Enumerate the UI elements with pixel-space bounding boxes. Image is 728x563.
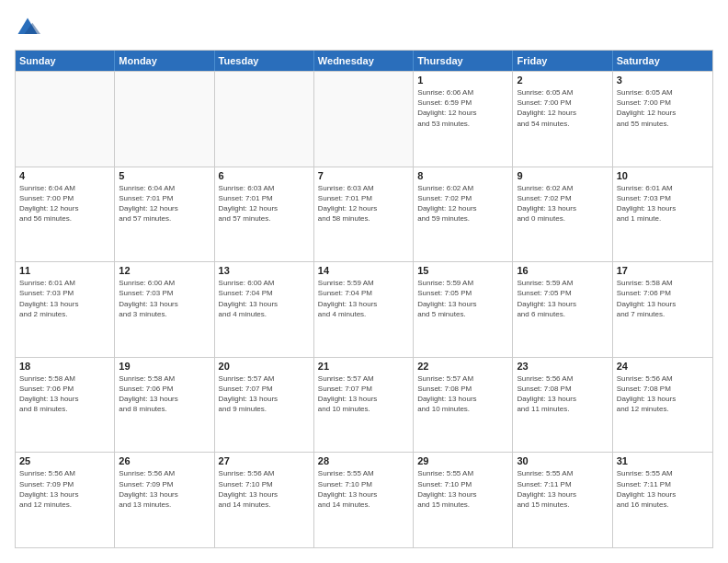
calendar: SundayMondayTuesdayWednesdayThursdayFrid…	[15, 50, 713, 548]
day-number: 2	[517, 75, 608, 86]
day-info: Sunrise: 6:04 AM Sunset: 7:01 PM Dayligh…	[119, 183, 210, 224]
day-info: Sunrise: 6:01 AM Sunset: 7:03 PM Dayligh…	[617, 183, 709, 224]
header	[15, 15, 713, 40]
day-cell-28: 28Sunrise: 5:55 AM Sunset: 7:10 PM Dayli…	[314, 453, 414, 547]
day-number: 20	[219, 361, 310, 372]
calendar-body: 1Sunrise: 6:06 AM Sunset: 6:59 PM Daylig…	[16, 71, 712, 547]
day-number: 11	[19, 265, 110, 276]
day-number: 19	[119, 361, 210, 372]
day-info: Sunrise: 5:55 AM Sunset: 7:11 PM Dayligh…	[517, 468, 608, 510]
day-number: 16	[517, 265, 608, 276]
day-info: Sunrise: 5:55 AM Sunset: 7:10 PM Dayligh…	[318, 468, 409, 510]
day-info: Sunrise: 6:04 AM Sunset: 7:00 PM Dayligh…	[19, 183, 110, 224]
day-cell-4: 4Sunrise: 6:04 AM Sunset: 7:00 PM Daylig…	[16, 167, 115, 262]
calendar-row-1: 4Sunrise: 6:04 AM Sunset: 7:00 PM Daylig…	[16, 167, 712, 262]
day-number: 29	[417, 455, 508, 466]
day-number: 18	[19, 361, 110, 372]
day-cell-7: 7Sunrise: 6:03 AM Sunset: 7:01 PM Daylig…	[314, 167, 414, 262]
day-cell-14: 14Sunrise: 5:59 AM Sunset: 7:04 PM Dayli…	[314, 262, 414, 357]
weekday-header-sunday: Sunday	[16, 51, 115, 71]
day-cell-3: 3Sunrise: 6:05 AM Sunset: 7:00 PM Daylig…	[613, 72, 712, 167]
day-cell-15: 15Sunrise: 5:59 AM Sunset: 7:05 PM Dayli…	[414, 262, 513, 357]
day-info: Sunrise: 5:59 AM Sunset: 7:04 PM Dayligh…	[318, 278, 409, 319]
day-number: 28	[318, 455, 409, 466]
day-number: 21	[318, 361, 409, 372]
day-info: Sunrise: 5:55 AM Sunset: 7:10 PM Dayligh…	[417, 468, 508, 510]
weekday-header-monday: Monday	[115, 51, 214, 71]
day-cell-10: 10Sunrise: 6:01 AM Sunset: 7:03 PM Dayli…	[613, 167, 712, 262]
day-cell-17: 17Sunrise: 5:58 AM Sunset: 7:06 PM Dayli…	[613, 262, 712, 357]
day-number: 31	[617, 455, 709, 466]
day-cell-20: 20Sunrise: 5:57 AM Sunset: 7:07 PM Dayli…	[215, 358, 314, 453]
day-number: 5	[119, 170, 210, 181]
day-cell-1: 1Sunrise: 6:06 AM Sunset: 6:59 PM Daylig…	[414, 72, 513, 167]
day-cell-22: 22Sunrise: 5:57 AM Sunset: 7:08 PM Dayli…	[414, 358, 513, 453]
day-cell-23: 23Sunrise: 5:56 AM Sunset: 7:08 PM Dayli…	[513, 358, 612, 453]
weekday-header-thursday: Thursday	[414, 51, 513, 71]
day-cell-24: 24Sunrise: 5:56 AM Sunset: 7:08 PM Dayli…	[613, 358, 712, 453]
empty-cell-0-2	[215, 72, 314, 167]
day-info: Sunrise: 5:56 AM Sunset: 7:09 PM Dayligh…	[19, 468, 110, 510]
day-cell-21: 21Sunrise: 5:57 AM Sunset: 7:07 PM Dayli…	[314, 358, 414, 453]
day-info: Sunrise: 6:00 AM Sunset: 7:04 PM Dayligh…	[219, 278, 310, 319]
day-info: Sunrise: 5:59 AM Sunset: 7:05 PM Dayligh…	[417, 278, 508, 319]
day-cell-5: 5Sunrise: 6:04 AM Sunset: 7:01 PM Daylig…	[115, 167, 214, 262]
day-number: 24	[617, 361, 709, 372]
day-info: Sunrise: 5:56 AM Sunset: 7:08 PM Dayligh…	[517, 373, 608, 415]
day-info: Sunrise: 6:03 AM Sunset: 7:01 PM Dayligh…	[219, 183, 310, 224]
day-info: Sunrise: 6:00 AM Sunset: 7:03 PM Dayligh…	[119, 278, 210, 319]
day-cell-30: 30Sunrise: 5:55 AM Sunset: 7:11 PM Dayli…	[513, 453, 612, 547]
empty-cell-0-1	[115, 72, 214, 167]
day-info: Sunrise: 5:58 AM Sunset: 7:06 PM Dayligh…	[617, 278, 709, 319]
day-info: Sunrise: 5:59 AM Sunset: 7:05 PM Dayligh…	[517, 278, 608, 319]
day-number: 30	[517, 455, 608, 466]
day-info: Sunrise: 6:05 AM Sunset: 7:00 PM Dayligh…	[517, 87, 608, 129]
day-info: Sunrise: 5:58 AM Sunset: 7:06 PM Dayligh…	[119, 373, 210, 415]
day-cell-25: 25Sunrise: 5:56 AM Sunset: 7:09 PM Dayli…	[16, 453, 115, 547]
day-info: Sunrise: 5:58 AM Sunset: 7:06 PM Dayligh…	[19, 373, 110, 415]
logo-icon	[15, 15, 40, 40]
day-cell-2: 2Sunrise: 6:05 AM Sunset: 7:00 PM Daylig…	[513, 72, 612, 167]
day-number: 12	[119, 265, 210, 276]
day-cell-31: 31Sunrise: 5:55 AM Sunset: 7:11 PM Dayli…	[613, 453, 712, 547]
logo	[15, 15, 44, 40]
day-cell-6: 6Sunrise: 6:03 AM Sunset: 7:01 PM Daylig…	[215, 167, 314, 262]
day-cell-26: 26Sunrise: 5:56 AM Sunset: 7:09 PM Dayli…	[115, 453, 214, 547]
day-cell-29: 29Sunrise: 5:55 AM Sunset: 7:10 PM Dayli…	[414, 453, 513, 547]
empty-cell-0-3	[314, 72, 414, 167]
day-cell-12: 12Sunrise: 6:00 AM Sunset: 7:03 PM Dayli…	[115, 262, 214, 357]
day-number: 9	[517, 170, 608, 181]
weekday-header-saturday: Saturday	[613, 51, 712, 71]
day-info: Sunrise: 5:55 AM Sunset: 7:11 PM Dayligh…	[617, 468, 709, 510]
day-info: Sunrise: 5:57 AM Sunset: 7:08 PM Dayligh…	[417, 373, 508, 415]
day-info: Sunrise: 6:01 AM Sunset: 7:03 PM Dayligh…	[19, 278, 110, 319]
day-cell-13: 13Sunrise: 6:00 AM Sunset: 7:04 PM Dayli…	[215, 262, 314, 357]
weekday-header-wednesday: Wednesday	[314, 51, 414, 71]
day-number: 3	[617, 75, 709, 86]
day-number: 13	[219, 265, 310, 276]
day-info: Sunrise: 6:03 AM Sunset: 7:01 PM Dayligh…	[318, 183, 409, 224]
day-number: 1	[417, 75, 508, 86]
day-number: 6	[219, 170, 310, 181]
calendar-row-2: 11Sunrise: 6:01 AM Sunset: 7:03 PM Dayli…	[16, 261, 712, 357]
day-cell-19: 19Sunrise: 5:58 AM Sunset: 7:06 PM Dayli…	[115, 358, 214, 453]
day-number: 23	[517, 361, 608, 372]
day-number: 15	[417, 265, 508, 276]
day-info: Sunrise: 5:57 AM Sunset: 7:07 PM Dayligh…	[318, 373, 409, 415]
calendar-row-4: 25Sunrise: 5:56 AM Sunset: 7:09 PM Dayli…	[16, 452, 712, 547]
day-number: 17	[617, 265, 709, 276]
weekday-header-tuesday: Tuesday	[215, 51, 314, 71]
day-info: Sunrise: 5:56 AM Sunset: 7:10 PM Dayligh…	[219, 468, 310, 510]
day-number: 26	[119, 455, 210, 466]
day-number: 25	[19, 455, 110, 466]
day-number: 8	[417, 170, 508, 181]
calendar-header: SundayMondayTuesdayWednesdayThursdayFrid…	[16, 51, 712, 71]
page: SundayMondayTuesdayWednesdayThursdayFrid…	[0, 0, 728, 563]
day-number: 14	[318, 265, 409, 276]
day-number: 27	[219, 455, 310, 466]
day-info: Sunrise: 5:57 AM Sunset: 7:07 PM Dayligh…	[219, 373, 310, 415]
day-info: Sunrise: 6:02 AM Sunset: 7:02 PM Dayligh…	[517, 183, 608, 224]
day-number: 10	[617, 170, 709, 181]
day-cell-8: 8Sunrise: 6:02 AM Sunset: 7:02 PM Daylig…	[414, 167, 513, 262]
day-number: 22	[417, 361, 508, 372]
